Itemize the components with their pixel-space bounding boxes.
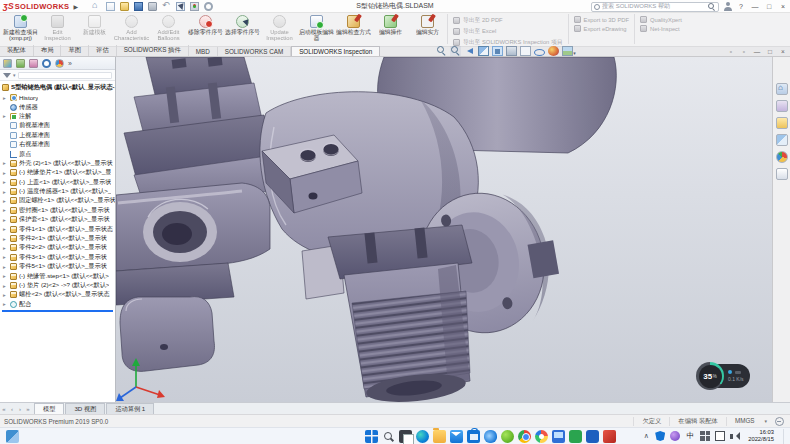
quick-access-icon[interactable] <box>134 2 143 11</box>
view-tool-icon[interactable] <box>506 46 517 56</box>
tab-nav-arrow[interactable]: › <box>16 406 24 412</box>
screen-recorder-overlay[interactable]: 35 % 0.1 K/s <box>696 362 750 390</box>
view-tool-icon[interactable] <box>492 46 503 56</box>
quick-access-icon[interactable] <box>106 2 115 11</box>
view-tool-icon[interactable] <box>450 46 461 56</box>
document-window-button[interactable]: ▫ <box>740 48 748 55</box>
taskbar-app-icon[interactable] <box>399 430 412 443</box>
help-button[interactable]: ? <box>736 3 746 10</box>
view-tab[interactable]: 运动算例 1 <box>106 403 154 415</box>
tree-item[interactable]: (-) 垫片 (2)<2> ->? (默认<<默认> <box>0 281 115 290</box>
ribbon-button[interactable]: 启动模板编辑器 <box>298 14 335 45</box>
quick-access-icon[interactable] <box>148 2 157 11</box>
tree-item[interactable]: History <box>0 93 115 102</box>
panel-tab-icon[interactable] <box>3 59 12 68</box>
quick-access-icon[interactable] <box>204 2 213 11</box>
export-menu-item[interactable]: Export eDrawing <box>574 25 629 32</box>
command-tab[interactable]: 装配体 <box>0 45 34 56</box>
taskbar-app-icon[interactable] <box>569 430 582 443</box>
view-tool-icon[interactable] <box>436 46 447 56</box>
command-tab[interactable]: MBD <box>189 47 218 56</box>
taskbar-app-icon[interactable] <box>552 430 565 443</box>
search-input[interactable]: 搜索 SOLIDWORKS 帮助 <box>591 2 719 12</box>
3d-model[interactable] <box>116 57 772 402</box>
taskbar-app-icon[interactable] <box>365 430 378 443</box>
command-tab[interactable]: SOLIDWORKS Inspection <box>291 46 380 56</box>
filter-caret-icon[interactable]: ▾ <box>13 72 16 78</box>
defender-icon[interactable] <box>655 431 665 441</box>
taskbar-app-icon[interactable] <box>433 430 446 443</box>
ribbon-button[interactable]: 编辑检查方式 <box>335 14 372 45</box>
taskbar-app-icon[interactable] <box>416 430 429 443</box>
tree-item[interactable]: (-) 绝缘管.step<1> (默认<<默认> <box>0 271 115 280</box>
tree-item[interactable]: 固定螺栓<1> (默认<<默认>_显示状 <box>0 196 115 205</box>
ribbon-button[interactable]: 选择零件序号 <box>224 14 261 45</box>
tab-nav-arrow[interactable]: » <box>24 406 32 412</box>
taskbar-app-icon[interactable] <box>467 430 480 443</box>
tree-filter-input[interactable] <box>18 72 112 79</box>
status-item[interactable]: 在编辑 装配体 <box>669 417 726 426</box>
view-tool-icon[interactable] <box>478 46 489 56</box>
taskbar-app-icon[interactable] <box>501 430 514 443</box>
network-icon[interactable] <box>715 431 725 441</box>
quick-access-icon[interactable] <box>162 2 171 11</box>
tab-nav-arrow[interactable]: « <box>0 406 8 412</box>
ribbon-button[interactable]: 移除零件序号 <box>187 14 224 45</box>
taskbar-app-icon[interactable] <box>518 430 531 443</box>
export-menu-item[interactable]: QualityXpert <box>640 16 682 23</box>
close-button[interactable]: × <box>778 3 788 10</box>
command-tab[interactable]: SOLIDWORKS CAM <box>218 47 291 56</box>
task-pane-tab-icon[interactable] <box>776 83 788 95</box>
graphics-viewport[interactable]: 35 % 0.1 K/s <box>116 57 772 402</box>
taskbar-app-icon[interactable] <box>450 430 463 443</box>
units-dropdown-icon[interactable]: ▾ <box>764 418 767 424</box>
taskbar-app-icon[interactable] <box>586 430 599 443</box>
tray-app-icon[interactable] <box>670 431 680 441</box>
tree-item[interactable]: 零件2<1> (默认<<默认>_显示状 <box>0 234 115 243</box>
status-gear-icon[interactable] <box>775 417 784 426</box>
document-window-button[interactable]: — <box>753 48 761 55</box>
export-menu-item[interactable]: 导出至 Excel <box>453 27 563 36</box>
view-tool-icon[interactable] <box>520 46 531 56</box>
tree-item[interactable]: 右视基准面 <box>0 140 115 149</box>
ribbon-button[interactable]: 编辑实方 <box>409 14 446 45</box>
menu-flyout-arrow[interactable]: ▶ <box>73 3 78 10</box>
ribbon-button[interactable]: Add Characteristic <box>113 14 150 45</box>
tree-item[interactable]: 原点 <box>0 149 115 158</box>
panel-tab-icon[interactable] <box>29 59 38 68</box>
taskbar-app-icon[interactable] <box>382 430 395 443</box>
document-window-button[interactable]: × <box>779 48 787 55</box>
tree-item[interactable]: 螺栓<2> (默认<<默认>_显示状态 <box>0 290 115 299</box>
quick-access-icon[interactable] <box>190 2 199 11</box>
tree-rollback-bar[interactable] <box>2 310 113 312</box>
view-toolbar-caret-icon[interactable]: ▾ <box>573 50 576 56</box>
input-grid-icon[interactable] <box>700 431 710 441</box>
task-pane-tab-icon[interactable] <box>776 117 788 129</box>
tree-item[interactable]: 密封圈<1> (默认<<默认>_显示状 <box>0 206 115 215</box>
ribbon-button[interactable]: Update Inspection Project <box>261 14 298 45</box>
status-item[interactable]: 欠定义 <box>633 417 669 426</box>
panel-tab-icon[interactable] <box>16 59 25 68</box>
view-tab[interactable]: 3D 视图 <box>65 403 105 415</box>
tree-item[interactable]: 零件1<1> (默认<<默认>_显示状态 <box>0 224 115 233</box>
tree-item[interactable]: 前视基准面 <box>0 121 115 130</box>
filter-icon[interactable] <box>3 73 11 78</box>
tree-item[interactable]: 零件2<2> (默认<<默认>_显示状 <box>0 243 115 252</box>
volume-icon[interactable] <box>730 431 740 441</box>
minimize-button[interactable]: — <box>750 3 760 10</box>
panel-tab-icon[interactable] <box>55 59 64 68</box>
task-pane-tab-icon[interactable] <box>776 134 788 146</box>
view-tab[interactable]: 模型 <box>34 403 64 415</box>
taskbar-app-icon[interactable] <box>484 430 497 443</box>
tree-item[interactable]: 零件3<1> (默认<<默认>_显示状 <box>0 253 115 262</box>
login-icon[interactable] <box>723 2 732 11</box>
command-tab[interactable]: 布局 <box>34 45 62 56</box>
quick-access-icon[interactable] <box>176 2 185 11</box>
ime-indicator[interactable]: 中 <box>685 431 695 441</box>
tree-item[interactable]: 保护套<1> (默认<<默认>_显示状 <box>0 215 115 224</box>
search-icon[interactable] <box>708 3 716 11</box>
export-menu-item[interactable]: Net-Inspect <box>640 25 682 32</box>
tree-item[interactable]: 注解 <box>0 112 115 121</box>
view-tool-icon[interactable] <box>548 46 559 56</box>
status-item[interactable]: MMGS <box>726 417 763 426</box>
